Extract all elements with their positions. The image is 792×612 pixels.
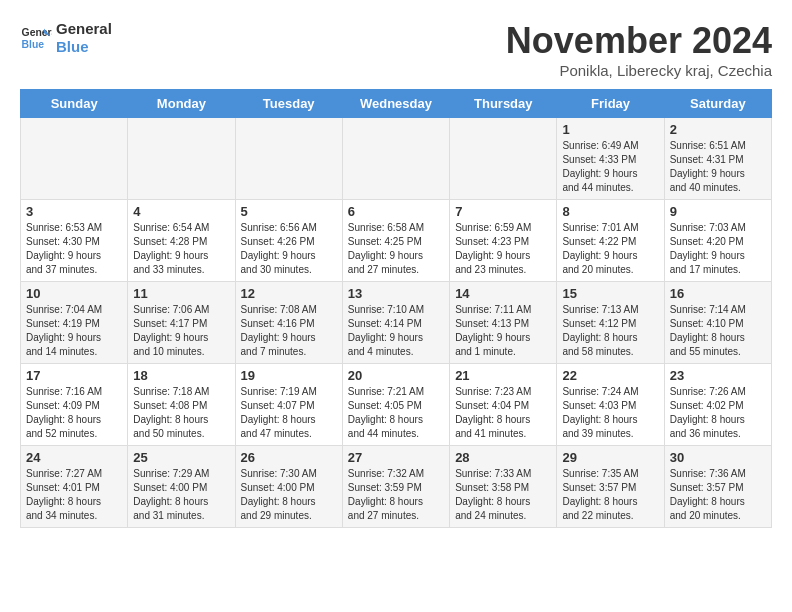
day-number: 8 (562, 204, 658, 219)
day-cell: 27Sunrise: 7:32 AM Sunset: 3:59 PM Dayli… (342, 446, 449, 528)
day-info: Sunrise: 7:21 AM Sunset: 4:05 PM Dayligh… (348, 385, 444, 441)
logo-blue: Blue (56, 38, 112, 56)
day-info: Sunrise: 7:23 AM Sunset: 4:04 PM Dayligh… (455, 385, 551, 441)
day-info: Sunrise: 7:03 AM Sunset: 4:20 PM Dayligh… (670, 221, 766, 277)
day-cell: 11Sunrise: 7:06 AM Sunset: 4:17 PM Dayli… (128, 282, 235, 364)
calendar-table: SundayMondayTuesdayWednesdayThursdayFrid… (20, 89, 772, 528)
day-cell (128, 118, 235, 200)
svg-text:Blue: Blue (22, 39, 45, 50)
day-number: 28 (455, 450, 551, 465)
day-number: 13 (348, 286, 444, 301)
day-cell (342, 118, 449, 200)
week-row-0: 1Sunrise: 6:49 AM Sunset: 4:33 PM Daylig… (21, 118, 772, 200)
day-info: Sunrise: 7:11 AM Sunset: 4:13 PM Dayligh… (455, 303, 551, 359)
day-number: 7 (455, 204, 551, 219)
day-info: Sunrise: 7:27 AM Sunset: 4:01 PM Dayligh… (26, 467, 122, 523)
day-number: 30 (670, 450, 766, 465)
day-info: Sunrise: 7:01 AM Sunset: 4:22 PM Dayligh… (562, 221, 658, 277)
day-cell: 16Sunrise: 7:14 AM Sunset: 4:10 PM Dayli… (664, 282, 771, 364)
day-cell: 20Sunrise: 7:21 AM Sunset: 4:05 PM Dayli… (342, 364, 449, 446)
day-cell: 26Sunrise: 7:30 AM Sunset: 4:00 PM Dayli… (235, 446, 342, 528)
day-number: 15 (562, 286, 658, 301)
day-number: 11 (133, 286, 229, 301)
day-info: Sunrise: 7:33 AM Sunset: 3:58 PM Dayligh… (455, 467, 551, 523)
day-number: 9 (670, 204, 766, 219)
day-cell: 3Sunrise: 6:53 AM Sunset: 4:30 PM Daylig… (21, 200, 128, 282)
day-number: 29 (562, 450, 658, 465)
header-row: SundayMondayTuesdayWednesdayThursdayFrid… (21, 90, 772, 118)
day-number: 23 (670, 368, 766, 383)
day-info: Sunrise: 7:32 AM Sunset: 3:59 PM Dayligh… (348, 467, 444, 523)
day-info: Sunrise: 7:06 AM Sunset: 4:17 PM Dayligh… (133, 303, 229, 359)
day-cell: 9Sunrise: 7:03 AM Sunset: 4:20 PM Daylig… (664, 200, 771, 282)
day-info: Sunrise: 7:30 AM Sunset: 4:00 PM Dayligh… (241, 467, 337, 523)
day-cell: 28Sunrise: 7:33 AM Sunset: 3:58 PM Dayli… (450, 446, 557, 528)
logo-icon: General Blue (20, 22, 52, 54)
week-row-4: 24Sunrise: 7:27 AM Sunset: 4:01 PM Dayli… (21, 446, 772, 528)
day-number: 25 (133, 450, 229, 465)
day-info: Sunrise: 7:04 AM Sunset: 4:19 PM Dayligh… (26, 303, 122, 359)
month-title: November 2024 (506, 20, 772, 62)
day-cell: 6Sunrise: 6:58 AM Sunset: 4:25 PM Daylig… (342, 200, 449, 282)
location-subtitle: Ponikla, Liberecky kraj, Czechia (506, 62, 772, 79)
day-cell: 19Sunrise: 7:19 AM Sunset: 4:07 PM Dayli… (235, 364, 342, 446)
day-cell: 10Sunrise: 7:04 AM Sunset: 4:19 PM Dayli… (21, 282, 128, 364)
day-cell: 18Sunrise: 7:18 AM Sunset: 4:08 PM Dayli… (128, 364, 235, 446)
header-thursday: Thursday (450, 90, 557, 118)
week-row-1: 3Sunrise: 6:53 AM Sunset: 4:30 PM Daylig… (21, 200, 772, 282)
logo: General Blue General Blue (20, 20, 112, 56)
day-cell: 4Sunrise: 6:54 AM Sunset: 4:28 PM Daylig… (128, 200, 235, 282)
day-info: Sunrise: 6:53 AM Sunset: 4:30 PM Dayligh… (26, 221, 122, 277)
day-cell: 21Sunrise: 7:23 AM Sunset: 4:04 PM Dayli… (450, 364, 557, 446)
day-cell: 24Sunrise: 7:27 AM Sunset: 4:01 PM Dayli… (21, 446, 128, 528)
day-info: Sunrise: 6:51 AM Sunset: 4:31 PM Dayligh… (670, 139, 766, 195)
day-info: Sunrise: 6:56 AM Sunset: 4:26 PM Dayligh… (241, 221, 337, 277)
day-info: Sunrise: 7:19 AM Sunset: 4:07 PM Dayligh… (241, 385, 337, 441)
day-info: Sunrise: 7:35 AM Sunset: 3:57 PM Dayligh… (562, 467, 658, 523)
day-cell: 25Sunrise: 7:29 AM Sunset: 4:00 PM Dayli… (128, 446, 235, 528)
day-cell: 22Sunrise: 7:24 AM Sunset: 4:03 PM Dayli… (557, 364, 664, 446)
header-wednesday: Wednesday (342, 90, 449, 118)
day-number: 26 (241, 450, 337, 465)
day-number: 17 (26, 368, 122, 383)
day-number: 12 (241, 286, 337, 301)
day-info: Sunrise: 6:59 AM Sunset: 4:23 PM Dayligh… (455, 221, 551, 277)
day-cell: 14Sunrise: 7:11 AM Sunset: 4:13 PM Dayli… (450, 282, 557, 364)
week-row-3: 17Sunrise: 7:16 AM Sunset: 4:09 PM Dayli… (21, 364, 772, 446)
day-number: 3 (26, 204, 122, 219)
day-number: 24 (26, 450, 122, 465)
day-cell: 23Sunrise: 7:26 AM Sunset: 4:02 PM Dayli… (664, 364, 771, 446)
day-info: Sunrise: 7:24 AM Sunset: 4:03 PM Dayligh… (562, 385, 658, 441)
day-number: 19 (241, 368, 337, 383)
header-sunday: Sunday (21, 90, 128, 118)
day-cell: 13Sunrise: 7:10 AM Sunset: 4:14 PM Dayli… (342, 282, 449, 364)
header-friday: Friday (557, 90, 664, 118)
day-number: 21 (455, 368, 551, 383)
day-info: Sunrise: 7:10 AM Sunset: 4:14 PM Dayligh… (348, 303, 444, 359)
day-cell: 17Sunrise: 7:16 AM Sunset: 4:09 PM Dayli… (21, 364, 128, 446)
day-info: Sunrise: 7:14 AM Sunset: 4:10 PM Dayligh… (670, 303, 766, 359)
week-row-2: 10Sunrise: 7:04 AM Sunset: 4:19 PM Dayli… (21, 282, 772, 364)
day-info: Sunrise: 7:29 AM Sunset: 4:00 PM Dayligh… (133, 467, 229, 523)
day-number: 6 (348, 204, 444, 219)
day-number: 18 (133, 368, 229, 383)
day-cell (450, 118, 557, 200)
day-cell: 7Sunrise: 6:59 AM Sunset: 4:23 PM Daylig… (450, 200, 557, 282)
day-number: 10 (26, 286, 122, 301)
day-cell: 30Sunrise: 7:36 AM Sunset: 3:57 PM Dayli… (664, 446, 771, 528)
day-number: 1 (562, 122, 658, 137)
day-info: Sunrise: 7:08 AM Sunset: 4:16 PM Dayligh… (241, 303, 337, 359)
day-number: 4 (133, 204, 229, 219)
day-cell: 15Sunrise: 7:13 AM Sunset: 4:12 PM Dayli… (557, 282, 664, 364)
header-tuesday: Tuesday (235, 90, 342, 118)
day-cell: 12Sunrise: 7:08 AM Sunset: 4:16 PM Dayli… (235, 282, 342, 364)
day-info: Sunrise: 6:49 AM Sunset: 4:33 PM Dayligh… (562, 139, 658, 195)
day-info: Sunrise: 7:13 AM Sunset: 4:12 PM Dayligh… (562, 303, 658, 359)
day-info: Sunrise: 6:58 AM Sunset: 4:25 PM Dayligh… (348, 221, 444, 277)
day-number: 5 (241, 204, 337, 219)
header: General Blue General Blue November 2024 … (20, 20, 772, 79)
day-number: 20 (348, 368, 444, 383)
day-info: Sunrise: 7:26 AM Sunset: 4:02 PM Dayligh… (670, 385, 766, 441)
day-cell (235, 118, 342, 200)
day-info: Sunrise: 6:54 AM Sunset: 4:28 PM Dayligh… (133, 221, 229, 277)
